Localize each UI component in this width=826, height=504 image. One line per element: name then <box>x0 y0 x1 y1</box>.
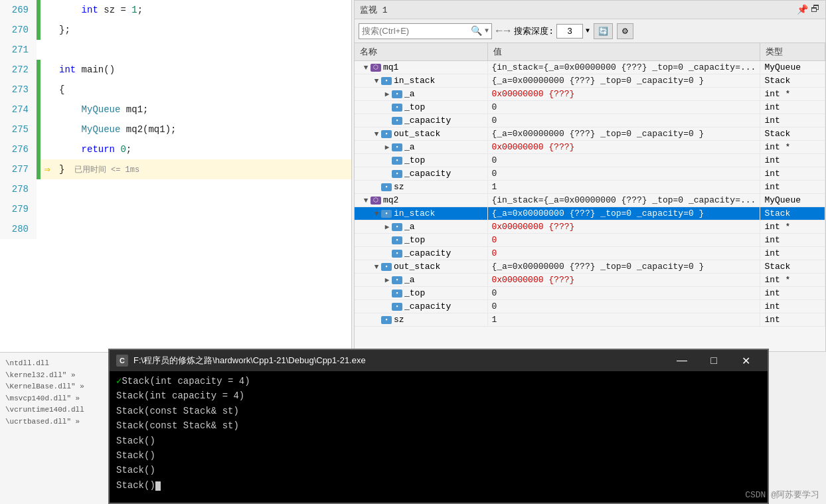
watch-row-name: ▼▪out_stack <box>355 127 487 141</box>
field-icon: ▪ <box>392 276 402 284</box>
depth-dropdown-icon[interactable]: ▼ <box>586 27 590 35</box>
table-row[interactable]: ▼▪in_stack{_a=0x00000000 {???} _top=0 _c… <box>355 207 825 220</box>
watch-row-type: Stack <box>760 74 825 88</box>
expand-btn[interactable]: ▼ <box>372 210 381 218</box>
code-line-280: 280 <box>0 219 351 239</box>
watch-row-name: ▪_capacity <box>355 300 487 313</box>
watch-row-type: int * <box>760 274 825 287</box>
expand-btn[interactable]: ▼ <box>372 263 381 271</box>
field-icon: ▪ <box>381 210 392 218</box>
watch-row-value: 1 <box>487 181 760 194</box>
line-content: }; <box>54 25 70 35</box>
table-row[interactable]: ▪sz1int <box>355 181 825 194</box>
watch-search-box[interactable]: 🔍 ▼ <box>359 23 492 39</box>
expand-btn[interactable]: ▼ <box>372 77 381 85</box>
table-row[interactable]: ▼▪in_stack{_a=0x00000000 {???} _top=0 _c… <box>355 74 825 88</box>
col-header-type: 类型 <box>760 43 825 61</box>
watch-row-value: {_a=0x00000000 {???} _top=0 _capacity=0 … <box>487 74 760 88</box>
watch-float-icon[interactable]: 🗗 <box>811 4 820 15</box>
table-row[interactable]: ▪_capacity0int <box>355 247 825 260</box>
table-row[interactable]: ▪_capacity0int <box>355 300 825 313</box>
table-row[interactable]: ▪_capacity0int <box>355 167 825 181</box>
watch-row-type: int * <box>760 220 825 234</box>
watch-row-value: 0 <box>487 300 760 313</box>
console-controls: — □ ✕ <box>667 351 761 370</box>
expand-btn[interactable]: ▶ <box>382 90 392 98</box>
expand-btn[interactable]: ▼ <box>361 197 371 205</box>
watch-row-name: ▪_capacity <box>355 247 487 260</box>
table-row[interactable]: ▼▪out_stack{_a=0x00000000 {???} _top=0 _… <box>355 127 825 141</box>
depth-input[interactable] <box>556 24 583 39</box>
code-line-277: 277⇒} 已用时间 <= 1ms <box>0 159 351 179</box>
table-row[interactable]: ▶▪_a0x00000000 {???}int * <box>355 88 825 101</box>
watch-row-type: int <box>760 101 825 114</box>
table-row[interactable]: ▪_top0int <box>355 287 825 300</box>
table-row[interactable]: ▼⬡mq1{in_stack={_a=0x00000000 {???} _top… <box>355 61 825 74</box>
search-dropdown-icon[interactable]: ▼ <box>485 27 489 35</box>
table-row[interactable]: ▶▪_a0x00000000 {???}int * <box>355 274 825 287</box>
code-line-269: 269 int sz = 1; <box>0 0 351 20</box>
dll-item: \vcruntime140d.dll <box>5 404 103 416</box>
expand-btn[interactable]: ▼ <box>372 130 381 138</box>
expand-btn[interactable]: ▶ <box>382 222 392 231</box>
watch-row-name: ▪_capacity <box>355 114 487 127</box>
line-content: int main() <box>54 64 115 75</box>
watch-settings-btn[interactable]: ⚙ <box>617 23 633 39</box>
watch-row-type: Stack <box>760 207 825 220</box>
watch-table-scroll[interactable]: 名称 值 类型 ▼⬡mq1{in_stack={_a=0x00000000 {?… <box>355 43 825 329</box>
watch-refresh-btn[interactable]: 🔄 <box>594 23 613 39</box>
line-number: 274 <box>0 100 37 120</box>
back-arrow-icon[interactable]: ← <box>496 25 503 37</box>
console-app-icon: C <box>116 355 128 367</box>
table-row[interactable]: ▼▪out_stack{_a=0x00000000 {???} _top=0 _… <box>355 260 825 274</box>
console-close-btn[interactable]: ✕ <box>730 351 761 370</box>
watch-row-name: ▶▪_a <box>355 141 487 154</box>
table-row[interactable]: ▪_capacity0int <box>355 114 825 127</box>
table-row[interactable]: ▶▪_a0x00000000 {???}int * <box>355 141 825 154</box>
field-icon: ▪ <box>392 223 402 231</box>
watch-search-input[interactable] <box>362 26 468 36</box>
table-row[interactable]: ▼⬡mq2{in_stack={_a=0x00000000 {???} _top… <box>355 194 825 207</box>
table-row[interactable]: ▪_top0int <box>355 101 825 114</box>
line-number: 278 <box>0 179 37 199</box>
watch-row-value: 0x00000000 {???} <box>487 220 760 234</box>
expand-btn[interactable]: ▶ <box>382 143 392 151</box>
field-icon: ▪ <box>392 90 402 98</box>
line-number: 276 <box>0 139 37 159</box>
table-row[interactable]: ▪_top0int <box>355 154 825 167</box>
watch-pin-icon[interactable]: 📌 <box>797 4 808 15</box>
table-row[interactable]: ▶▪_a0x00000000 {???}int * <box>355 220 825 234</box>
line-marker <box>37 100 41 120</box>
line-marker <box>37 0 41 20</box>
field-icon: ▪ <box>381 77 392 85</box>
console-minimize-btn[interactable]: — <box>667 351 697 370</box>
watch-row-type: MyQueue <box>760 194 825 207</box>
line-number: 277 <box>0 159 37 179</box>
col-header-value: 值 <box>487 43 760 61</box>
watermark: CSDN @阿苏要学习 <box>745 489 819 501</box>
console-maximize-btn[interactable]: □ <box>699 351 729 370</box>
line-content: int sz = 1; <box>54 5 143 15</box>
watch-row-type: int <box>760 167 825 181</box>
line-number: 272 <box>0 60 37 80</box>
field-icon: ▪ <box>392 143 402 151</box>
watch-toolbar: 🔍 ▼ ← → 搜索深度: ▼ 🔄 ⚙ <box>355 19 825 43</box>
watch-row-type: int * <box>760 88 825 101</box>
watch-row-value: 0 <box>487 287 760 300</box>
expand-btn[interactable]: ▶ <box>382 276 392 284</box>
table-row[interactable]: ▪_top0int <box>355 234 825 247</box>
console-line: Stack() <box>116 463 761 477</box>
watch-row-name: ▪sz <box>355 181 487 194</box>
watch-row-type: int <box>760 234 825 247</box>
watch-row-value: 0x00000000 {???} <box>487 141 760 154</box>
dll-item: \ucrtbased.dll" » <box>5 416 103 428</box>
depth-label: 搜索深度: <box>514 25 554 37</box>
watch-row-value: {_a=0x00000000 {???} _top=0 _capacity=0 … <box>487 260 760 274</box>
forward-arrow-icon[interactable]: → <box>504 25 511 37</box>
console-window: C F:\程序员的修炼之路\hardwork\Cpp1-21\Debug\Cpp… <box>108 349 769 504</box>
table-row[interactable]: ▪sz1int <box>355 313 825 327</box>
dll-item: \ntdll.dll <box>5 358 103 370</box>
expand-btn[interactable]: ▼ <box>361 64 371 72</box>
watch-row-value: 0x00000000 {???} <box>487 88 760 101</box>
watch-row-name: ▼⬡mq1 <box>355 61 487 74</box>
